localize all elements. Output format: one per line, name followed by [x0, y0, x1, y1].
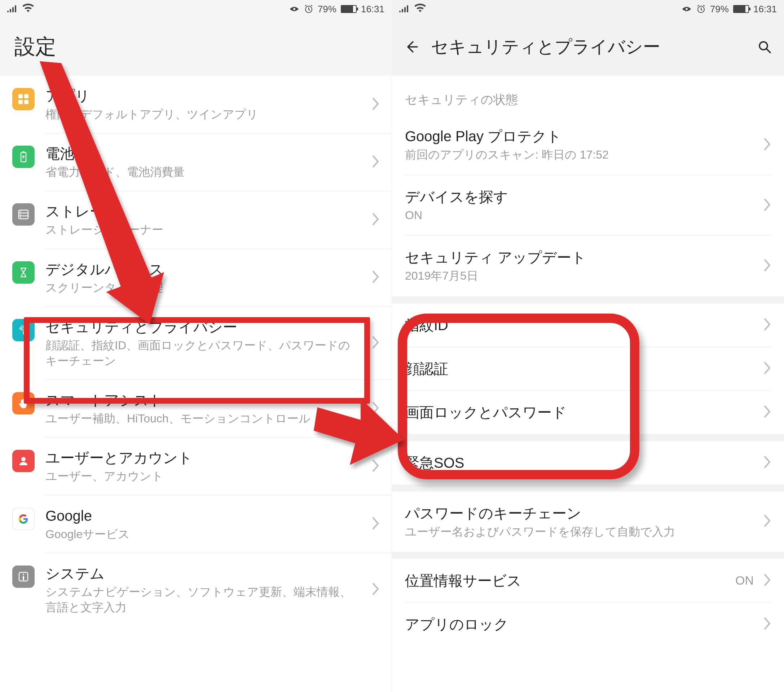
- signal-icon: [399, 3, 410, 15]
- phone-settings: 79% 16:31 設定 アプリ 権限、デフォルトアプリ、ツインアプリ: [0, 0, 392, 692]
- settings-item-system[interactable]: システム システムナビゲーション、ソフトウェア更新、端末情報、言語と文字入力: [0, 553, 392, 626]
- svg-rect-3: [18, 100, 23, 104]
- item-title: セキュリティとプライバシー: [45, 317, 361, 336]
- hourglass-icon: [12, 261, 35, 284]
- security-item-sos[interactable]: 緊急SOS: [392, 441, 784, 485]
- security-item-update[interactable]: セキュリティ アップデート 2019年7月5日: [392, 236, 784, 296]
- security-item-keychain[interactable]: パスワードのキーチェーン ユーザー名およびパスワードを保存して自動で入力: [392, 491, 784, 552]
- search-button[interactable]: [757, 39, 772, 55]
- hand-icon: [12, 392, 35, 414]
- svg-rect-4: [24, 100, 28, 104]
- alarm-icon: [304, 4, 313, 14]
- settings-item-battery[interactable]: 電池 省電力モード、電池消費量: [0, 133, 392, 191]
- chevron-right-icon: [763, 573, 771, 588]
- svg-rect-16: [23, 576, 24, 580]
- google-icon: [12, 508, 35, 530]
- chevron-right-icon: [763, 137, 771, 153]
- security-item-app-lock[interactable]: アプリのロック: [392, 603, 784, 646]
- item-subtitle: 顔認証、指紋ID、画面ロックとパスワード、パスワードのキーチェーン: [45, 338, 361, 369]
- battery-pct: 79%: [710, 3, 729, 15]
- item-value: ON: [735, 574, 754, 587]
- item-title: システム: [45, 564, 361, 583]
- security-item-find-device[interactable]: デバイスを探す ON: [392, 175, 784, 235]
- security-item-screen-lock[interactable]: 画面ロックとパスワード: [392, 391, 784, 434]
- wifi-icon: [414, 3, 426, 15]
- phone-security: 79% 16:31 セキュリティとプライバシー セキュリティの状態 Google…: [392, 0, 784, 692]
- item-subtitle: 省電力モード、電池消費量: [45, 164, 361, 180]
- item-title: パスワードのキーチェーン: [405, 504, 756, 523]
- eye-icon: [289, 5, 300, 13]
- status-bar: 79% 16:31: [392, 0, 784, 18]
- chevron-right-icon: [763, 361, 771, 376]
- chevron-right-icon: [763, 258, 771, 274]
- info-icon: [12, 565, 35, 588]
- item-subtitle: システムナビゲーション、ソフトウェア更新、端末情報、言語と文字入力: [45, 584, 361, 615]
- item-subtitle: スクリーンタイム管理: [45, 280, 361, 296]
- item-title: スマートアシスト: [45, 391, 361, 409]
- section-divider: [392, 485, 784, 491]
- security-item-play-protect[interactable]: Google Play プロテクト 前回のアプリのスキャン: 昨日の 17:52: [392, 115, 784, 175]
- item-title: デジタルバランス: [45, 260, 361, 279]
- item-subtitle: 前回のアプリのスキャン: 昨日の 17:52: [405, 147, 756, 163]
- settings-item-smart-assist[interactable]: スマートアシスト ユーザー補助、HiTouch、モーションコントロール: [0, 380, 392, 437]
- fingerprint-icon: [12, 319, 35, 341]
- settings-list: アプリ 権限、デフォルトアプリ、ツインアプリ 電池 省電力モード、電池消費量: [0, 76, 392, 692]
- chevron-right-icon: [763, 404, 771, 420]
- battery-pct: 79%: [318, 3, 336, 15]
- chevron-right-icon: [371, 97, 379, 112]
- chevron-right-icon: [763, 514, 771, 529]
- item-title: 指紋ID: [405, 316, 756, 334]
- security-item-face[interactable]: 顔認証: [392, 347, 784, 390]
- storage-icon: [12, 203, 35, 226]
- wifi-icon: [22, 3, 34, 15]
- clock-time: 16:31: [361, 3, 384, 15]
- settings-item-digital-balance[interactable]: デジタルバランス スクリーンタイム管理: [0, 249, 392, 306]
- battery-icon: [341, 5, 357, 13]
- item-title: ストレージ: [45, 202, 361, 220]
- chevron-right-icon: [371, 212, 379, 228]
- settings-item-apps[interactable]: アプリ 権限、デフォルトアプリ、ツインアプリ: [0, 76, 392, 133]
- svg-rect-1: [18, 94, 23, 99]
- chevron-right-icon: [371, 270, 379, 286]
- security-item-fingerprint[interactable]: 指紋ID: [392, 304, 784, 347]
- security-item-location[interactable]: 位置情報サービス ON: [392, 559, 784, 602]
- settings-item-google[interactable]: Google Googleサービス: [0, 496, 392, 553]
- chevron-right-icon: [763, 197, 771, 214]
- item-subtitle: ユーザー、アカウント: [45, 468, 361, 484]
- settings-item-security[interactable]: セキュリティとプライバシー 顔認証、指紋ID、画面ロックとパスワード、パスワード…: [0, 307, 392, 380]
- item-title: 位置情報サービス: [405, 571, 728, 590]
- svg-point-18: [759, 42, 768, 50]
- item-subtitle: ユーザー名およびパスワードを保存して自動で入力: [405, 524, 756, 539]
- svg-point-13: [21, 457, 26, 461]
- page-title: 設定: [15, 33, 56, 61]
- chevron-right-icon: [763, 317, 771, 333]
- svg-point-15: [23, 574, 24, 575]
- settings-item-users[interactable]: ユーザーとアカウント ユーザー、アカウント: [0, 437, 392, 495]
- chevron-right-icon: [371, 459, 379, 474]
- svg-point-12: [20, 217, 21, 218]
- item-subtitle: 権限、デフォルトアプリ、ツインアプリ: [45, 107, 361, 122]
- chevron-right-icon: [763, 455, 771, 471]
- settings-item-storage[interactable]: ストレージ ストレージクリーナー: [0, 191, 392, 248]
- section-divider: [392, 552, 784, 559]
- item-title: Google Play プロテクト: [405, 127, 756, 146]
- page-title: セキュリティとプライバシー: [431, 35, 745, 58]
- item-title: 顔認証: [405, 359, 756, 378]
- security-list: セキュリティの状態 Google Play プロテクト 前回のアプリのスキャン:…: [392, 76, 784, 692]
- svg-point-10: [20, 211, 21, 212]
- signal-icon: [7, 3, 18, 15]
- section-divider: [392, 434, 784, 441]
- chevron-right-icon: [371, 335, 379, 351]
- clock-time: 16:31: [753, 3, 777, 15]
- svg-rect-6: [22, 151, 25, 153]
- item-title: アプリ: [45, 87, 361, 105]
- item-subtitle: 2019年7月5日: [405, 268, 756, 284]
- item-title: ユーザーとアカウント: [45, 448, 361, 467]
- chevron-right-icon: [371, 401, 379, 417]
- back-button[interactable]: [404, 39, 419, 55]
- eye-icon: [681, 5, 692, 13]
- chevron-right-icon: [371, 516, 379, 532]
- item-title: 画面ロックとパスワード: [405, 403, 756, 422]
- item-title: 緊急SOS: [405, 454, 756, 472]
- battery-icon: [733, 5, 749, 13]
